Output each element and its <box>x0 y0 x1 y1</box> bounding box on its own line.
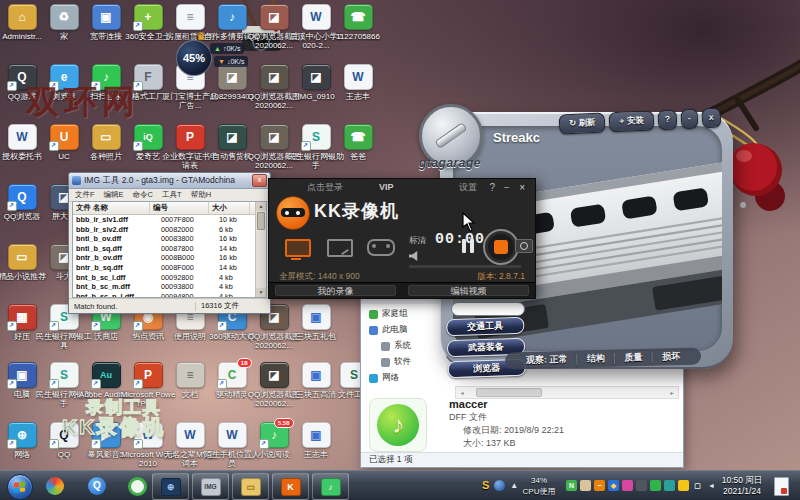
tray-dark-icon[interactable] <box>636 480 647 491</box>
notification-icon[interactable] <box>774 477 789 496</box>
install-button[interactable]: + 安装 <box>609 110 654 132</box>
task-button[interactable]: IMG <box>192 473 229 500</box>
desktop-icon[interactable]: ▣王志丰 <box>288 422 344 459</box>
close-button[interactable]: × <box>519 182 525 193</box>
tray-pink-icon[interactable] <box>622 480 633 491</box>
kk-header[interactable]: 点击登录 VIP 设置 ? – × <box>269 179 535 195</box>
file-size-cell: 16 kb <box>216 234 256 244</box>
desktop-icon[interactable]: ☎1122705866 <box>330 4 386 41</box>
img-file-row[interactable]: bnt_b_sc_l.dff000928004 kb <box>73 273 256 283</box>
dff-file-icon[interactable]: ♪ <box>369 398 427 452</box>
login-link[interactable]: 点击登录 <box>307 181 343 194</box>
region-mode-icon[interactable] <box>327 239 353 257</box>
360-ring-icon[interactable] <box>128 477 147 496</box>
img-file-row[interactable]: bnt_b_sc_p_l.dff000948004 kb <box>73 292 256 297</box>
refresh-button[interactable]: ↻ 刷新 <box>559 113 606 135</box>
scroll-up-icon[interactable]: ▲ <box>256 202 266 211</box>
img-file-row[interactable]: bbb_lr_slv2.dff000820006 kb <box>73 225 256 235</box>
edit-video-button[interactable]: 编辑视频 <box>408 285 529 296</box>
taskbar-clock[interactable]: 10:50 周日 2021/1/24 <box>714 475 770 497</box>
task-button[interactable]: ♪ <box>312 473 349 500</box>
category-button[interactable]: 交通工具 <box>446 317 525 337</box>
sidebar-item[interactable]: 系统 <box>361 338 443 354</box>
menu-item[interactable]: 命令C <box>133 190 153 200</box>
sidebar-item[interactable]: 家庭组 <box>361 306 443 322</box>
view-tab[interactable]: 结构 <box>587 352 605 365</box>
column-header-name[interactable]: 文件 名称 <box>73 202 150 214</box>
img-file-row[interactable]: bntr_b_sq.dff0008F00014 kb <box>73 263 256 273</box>
file-type: DFF 文件 <box>449 411 564 424</box>
net-speed-up-badge: ▲ ↑0K/s <box>210 43 244 54</box>
360-speed-ball[interactable]: 45% <box>176 40 212 76</box>
blue-tray-icon[interactable] <box>494 480 505 491</box>
speaker-icon[interactable] <box>409 251 420 261</box>
menu-item[interactable]: 编辑E <box>104 190 124 200</box>
fullscreen-mode-icon[interactable] <box>285 239 311 257</box>
column-header-id[interactable]: 编号 <box>150 202 209 214</box>
tray-dnd-icon[interactable]: − <box>594 480 605 491</box>
menu-item[interactable]: 工具T <box>162 190 182 200</box>
tray-folder-icon[interactable] <box>580 480 591 491</box>
sidebar-item[interactable]: 软件 <box>361 354 443 370</box>
menu-item[interactable]: 帮助H <box>191 190 211 200</box>
sidebar-item[interactable]: 网络 <box>361 370 443 386</box>
tray-yellow-icon[interactable] <box>678 480 689 491</box>
tray-note-icon[interactable]: N <box>566 480 577 491</box>
sidebar-item-label: 网络 <box>382 372 399 384</box>
tray-green-icon[interactable] <box>650 480 661 491</box>
iqiyi-icon: iQ↗ <box>134 124 163 150</box>
img-file-row[interactable]: bntl_b_ov.dff0008380016 kb <box>73 234 256 244</box>
user-folder-icon: ⌂ <box>8 4 37 30</box>
desktop-icon[interactable]: ▣三块五礼包 <box>288 304 344 341</box>
garage-search-input[interactable] <box>451 302 525 316</box>
desktop-icon[interactable]: W王志丰 <box>330 64 386 101</box>
img-file-row[interactable]: bntl_b_sq.dff0008780014 kb <box>73 244 256 254</box>
view-tab[interactable]: 损坏 <box>662 350 680 363</box>
img-tool-vertical-scrollbar[interactable]: ▲ ▼ <box>255 202 266 297</box>
column-header-size[interactable]: 大小 <box>209 202 250 214</box>
img-tool-close-button[interactable]: x <box>252 174 267 187</box>
scrollbar-thumb[interactable] <box>476 388 542 397</box>
scroll-right-icon[interactable]: ▸ <box>666 389 678 396</box>
img-file-row[interactable]: bbb_lr_slv1.dff0007F80010 kb <box>73 215 256 225</box>
scrollbar-thumb[interactable] <box>257 212 265 230</box>
stop-record-button[interactable] <box>483 229 519 265</box>
vip-link[interactable]: VIP <box>379 182 394 192</box>
cpu-usage-meter[interactable]: 34% CPU使用 <box>516 475 562 497</box>
help-button[interactable]: ? <box>489 182 495 193</box>
start-button[interactable] <box>7 474 33 500</box>
help-button[interactable]: ? <box>658 109 678 130</box>
close-button[interactable]: x <box>702 107 722 128</box>
menu-item[interactable]: 文件F <box>75 190 95 200</box>
network-tray-icon[interactable]: ▢ <box>692 480 703 491</box>
minimize-button[interactable]: - <box>681 108 699 129</box>
360-antivirus-icon[interactable] <box>46 477 64 495</box>
img-file-row[interactable]: bntr_b_ov.dff0008B00016 kb <box>73 253 256 263</box>
screenshot-button[interactable] <box>515 239 533 253</box>
game-mode-icon[interactable] <box>367 239 395 256</box>
desktop-icon[interactable]: ☎爸爸 <box>330 124 386 161</box>
file-name[interactable]: maccer <box>449 398 564 411</box>
tray-teal-icon[interactable] <box>664 480 675 491</box>
my-recordings-button[interactable]: 我的录像 <box>275 285 396 296</box>
file-id-cell: 00083800 <box>158 234 216 244</box>
task-button[interactable]: K <box>272 473 309 500</box>
task-button[interactable]: ▭ <box>232 473 269 500</box>
img-tool-titlebar[interactable]: IMG 工具 2.0 - gta3.img - GTAModchina x <box>69 173 270 189</box>
task-button[interactable]: ⊕ <box>152 473 189 500</box>
pause-button[interactable] <box>461 237 479 255</box>
minimize-button[interactable]: – <box>504 182 509 192</box>
view-tab[interactable]: 质量 <box>624 351 642 364</box>
qq-browser-taskbar-icon[interactable]: Q <box>88 477 106 495</box>
sidebar-item[interactable]: 此电脑 <box>361 322 443 338</box>
settings-link[interactable]: 设置 <box>459 181 477 194</box>
kk-recorder-task-icon: K <box>281 478 301 496</box>
contact-icon: ☎ <box>344 4 373 30</box>
shortcut-arrow-icon: ↗ <box>133 21 143 31</box>
tray-flag-icon[interactable]: ◆ <box>608 480 619 491</box>
quality-label[interactable]: 标清 <box>409 235 426 247</box>
img-file-row[interactable]: bnt_b_sc_m.dff000938004 kb <box>73 282 256 292</box>
scroll-left-icon[interactable]: ◂ <box>456 389 468 396</box>
scroll-down-icon[interactable]: ▼ <box>256 288 266 297</box>
gold-s-tray-icon[interactable]: S <box>482 479 489 491</box>
